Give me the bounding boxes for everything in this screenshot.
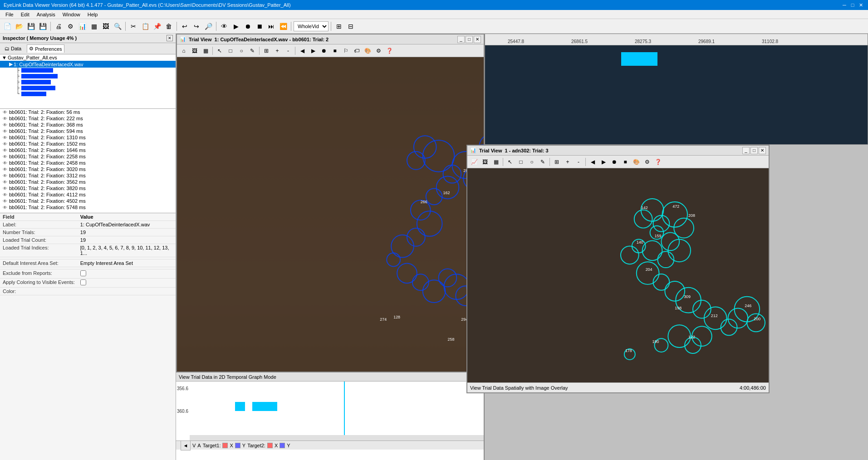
inspector-close-btn[interactable]: ✕ (167, 35, 173, 41)
graph-button[interactable]: 📊 (77, 21, 88, 32)
event-item-6[interactable]: 👁 bb0601: Trial: 2: Fixation: 1502 ms (0, 141, 176, 147)
save-as-button[interactable]: 💾 (37, 21, 48, 32)
graph-prev-btn[interactable]: ◄ (181, 440, 191, 450)
h-scrollbar[interactable] (190, 435, 484, 440)
event-item-5[interactable]: 👁 bb0601: Trial: 2: Fixation: 1310 ms (0, 134, 176, 141)
tv-cursor-btn[interactable]: ↖ (215, 46, 225, 56)
tab-preferences[interactable]: ⚙ Preferences (27, 44, 64, 53)
menu-help[interactable]: Help (84, 11, 102, 18)
tv-sec-graph-btn[interactable]: 📈 (469, 157, 479, 167)
event-item-16[interactable]: 👁 bb0601: Trial: 2: Fixation: 5748 ms (0, 204, 176, 210)
event-item-9[interactable]: 👁 bb0601: Trial: 2: Fixation: 2458 ms (0, 160, 176, 166)
exclude-checkbox[interactable] (80, 270, 86, 276)
eye-button[interactable]: 👁 (219, 21, 230, 32)
tv-next-btn[interactable]: ▶ (308, 46, 318, 56)
tv-main-close[interactable]: ✕ (474, 36, 481, 43)
filter-button[interactable]: 🔍 (112, 21, 123, 32)
tv-rec-btn[interactable]: ⏺ (319, 46, 329, 56)
tv-sec-rec-btn[interactable]: ⏺ (609, 157, 619, 167)
coloring-checkbox[interactable] (80, 279, 86, 285)
event-item-11[interactable]: 👁 bb0601: Trial: 2: Fixation: 3312 ms (0, 172, 176, 179)
tv-sec-table-btn[interactable]: ▦ (491, 157, 501, 167)
tv-tag-btn[interactable]: 🏷 (352, 46, 362, 56)
open-button[interactable]: 📂 (14, 21, 25, 32)
menu-file[interactable]: File (2, 11, 17, 18)
tv-main-minimize[interactable]: _ (457, 36, 465, 43)
tv-sec-zoomfit-btn[interactable]: ⊞ (552, 157, 562, 167)
fast-forward-button[interactable]: ⏭ (266, 21, 277, 32)
minimize-button[interactable]: ─ (841, 1, 848, 9)
tv-sec-image-btn[interactable]: 🖼 (480, 157, 490, 167)
event-item-2[interactable]: 👁 bb0601: Trial: 2: Fixation: 222 ms (0, 115, 176, 122)
new-button[interactable]: 📄 (2, 21, 13, 32)
tv-zoom-out-btn[interactable]: - (283, 46, 293, 56)
zoom-button[interactable]: 🔎 (203, 21, 214, 32)
tv-image-btn[interactable]: 🖼 (190, 46, 200, 56)
tree-root[interactable]: ▼ Gustav_Patter_All.evs (0, 54, 176, 61)
tv-rect-btn[interactable]: □ (226, 46, 235, 56)
tv-sec-color-btn[interactable]: 🎨 (631, 157, 641, 167)
image-button[interactable]: 🖼 (100, 21, 111, 32)
view-mode-select[interactable]: WholeVid (294, 21, 329, 31)
tv-sec-free-btn[interactable]: ✎ (538, 157, 548, 167)
tv-sec-maximize[interactable]: □ (750, 147, 758, 154)
tv-sec-next-btn[interactable]: ▶ (598, 157, 608, 167)
menu-window[interactable]: Window (59, 11, 84, 18)
rewind-button[interactable]: ⏪ (278, 21, 289, 32)
tv-info-btn[interactable]: ❓ (384, 46, 394, 56)
tab-data[interactable]: 🗂 Data (3, 44, 23, 53)
settings-button[interactable]: ⚙ (65, 21, 76, 32)
play-button[interactable]: ▶ (230, 21, 241, 32)
tv-sec-close[interactable]: ✕ (759, 147, 766, 154)
event-item-4[interactable]: 👁 bb0601: Trial: 2: Fixation: 594 ms (0, 128, 176, 134)
close-button[interactable]: ✕ (857, 1, 864, 9)
stop-button[interactable]: ⏹ (254, 21, 265, 32)
tv-sec-stop-btn[interactable]: ■ (620, 157, 630, 167)
tv-table-btn[interactable]: ▦ (201, 46, 211, 56)
undo-button[interactable]: ↩ (179, 21, 190, 32)
events-list[interactable]: 👁 bb0601: Trial: 2: Fixation: 56 ms 👁 bb… (0, 109, 176, 213)
paste-button[interactable]: 📌 (152, 21, 162, 32)
tv-free-btn[interactable]: ✎ (247, 46, 257, 56)
table-button[interactable]: ▦ (88, 21, 99, 32)
event-item-1[interactable]: 👁 bb0601: Trial: 2: Fixation: 56 ms (0, 109, 176, 115)
save-button[interactable]: 💾 (25, 21, 36, 32)
tv-sec-cursor-btn[interactable]: ↖ (505, 157, 515, 167)
tv-ellipse-btn[interactable]: ○ (236, 46, 246, 56)
copy-button[interactable]: 📋 (140, 21, 151, 32)
tv-home-btn[interactable]: ⌂ (179, 46, 189, 56)
record-button[interactable]: ⏺ (242, 21, 253, 32)
tree-view[interactable]: ▼ Gustav_Patter_All.evs ▶ 1: CupOfTeaDei… (0, 54, 176, 109)
event-item-7[interactable]: 👁 bb0601: Trial: 2: Fixation: 1646 ms (0, 147, 176, 153)
redo-button[interactable]: ↪ (191, 21, 202, 32)
tree-item-selected[interactable]: ▶ 1: CupOfTeaDeinterlacedX.wav (0, 61, 176, 68)
tv-stop-btn[interactable]: ■ (330, 46, 340, 56)
expand-button[interactable]: ⊞ (333, 21, 344, 32)
tv-sec-settings-btn[interactable]: ⚙ (642, 157, 652, 167)
delete-button[interactable]: 🗑 (163, 21, 174, 32)
menu-analysis[interactable]: Analysis (33, 11, 59, 18)
tv-zoom-in-btn[interactable]: + (272, 46, 282, 56)
event-item-13[interactable]: 👁 bb0601: Trial: 2: Fixation: 3820 ms (0, 185, 176, 191)
event-item-8[interactable]: 👁 bb0601: Trial: 2: Fixation: 2258 ms (0, 153, 176, 160)
tv-main-maximize[interactable]: □ (466, 36, 473, 43)
tv-mark-btn[interactable]: ⚐ (341, 46, 351, 56)
menu-edit[interactable]: Edit (17, 11, 33, 18)
maximize-button[interactable]: □ (849, 1, 856, 9)
event-item-15[interactable]: 👁 bb0601: Trial: 2: Fixation: 4502 ms (0, 198, 176, 204)
tv-prev-btn[interactable]: ◀ (297, 46, 307, 56)
tv-settings-btn[interactable]: ⚙ (373, 46, 383, 56)
tv-sec-help-btn[interactable]: ❓ (653, 157, 663, 167)
tv-zoom-fit-btn[interactable]: ⊞ (261, 46, 271, 56)
tv-sec-rect-btn[interactable]: □ (516, 157, 526, 167)
tv-sec-zoomin-btn[interactable]: + (563, 157, 573, 167)
event-item-10[interactable]: 👁 bb0601: Trial: 2: Fixation: 3020 ms (0, 166, 176, 172)
cut-button[interactable]: ✂ (128, 21, 139, 32)
tv-sec-minimize[interactable]: _ (742, 147, 750, 154)
tv-color-btn[interactable]: 🎨 (363, 46, 373, 56)
event-item-3[interactable]: 👁 bb0601: Trial: 2: Fixation: 368 ms (0, 122, 176, 128)
tv-sec-ellipse-btn[interactable]: ○ (527, 157, 537, 167)
tv-sec-zoomout-btn[interactable]: - (574, 157, 584, 167)
event-item-12[interactable]: 👁 bb0601: Trial: 2: Fixation: 3562 ms (0, 179, 176, 185)
print-button[interactable]: 🖨 (53, 21, 64, 32)
